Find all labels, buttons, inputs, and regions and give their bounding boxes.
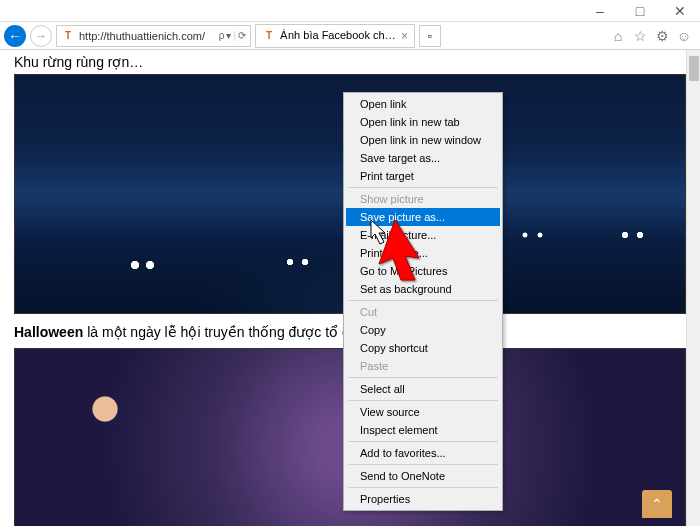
url-field-wrap: T ρ ▾ | ⟳: [56, 25, 251, 47]
browser-window: – □ ✕ ← → T ρ ▾ | ⟳ T Ảnh bìa Facebook c…: [0, 0, 700, 526]
scrollbar-thumb[interactable]: [689, 56, 699, 81]
menu-item-go-to-my-pictures[interactable]: Go to My Pictures: [346, 262, 500, 280]
close-tab-icon[interactable]: ×: [401, 29, 408, 43]
menu-item-inspect-element[interactable]: Inspect element: [346, 421, 500, 439]
forward-button[interactable]: →: [30, 25, 52, 47]
minimize-button[interactable]: –: [580, 0, 620, 22]
site-favicon-icon: T: [61, 29, 75, 43]
url-input[interactable]: [79, 30, 215, 42]
desc-keyword: Halloween: [14, 324, 83, 340]
menu-item-print-picture[interactable]: Print picture...: [346, 244, 500, 262]
context-menu: Open linkOpen link in new tabOpen link i…: [343, 92, 503, 511]
menu-item-print-target[interactable]: Print target: [346, 167, 500, 185]
feedback-smiley-icon[interactable]: ☺: [676, 28, 692, 44]
vertical-scrollbar[interactable]: [686, 50, 700, 526]
maximize-button[interactable]: □: [620, 0, 660, 22]
menu-separator: [348, 464, 498, 465]
close-window-button[interactable]: ✕: [660, 0, 700, 22]
tab-title: Ảnh bìa Facebook chủ đề H...: [280, 29, 397, 42]
search-icon[interactable]: ρ: [219, 30, 225, 41]
menu-item-cut: Cut: [346, 303, 500, 321]
menu-separator: [348, 187, 498, 188]
image-caption: Khu rừng rùng rợn…: [14, 50, 686, 74]
tab-favicon-icon: T: [262, 29, 276, 43]
menu-separator: [348, 487, 498, 488]
favorites-icon[interactable]: ☆: [632, 28, 648, 44]
menu-item-properties[interactable]: Properties: [346, 490, 500, 508]
menu-item-save-picture-as[interactable]: Save picture as...: [346, 208, 500, 226]
menu-item-select-all[interactable]: Select all: [346, 380, 500, 398]
refresh-icon[interactable]: ⟳: [238, 30, 246, 41]
window-titlebar: – □ ✕: [0, 0, 700, 22]
menu-separator: [348, 300, 498, 301]
menu-item-paste: Paste: [346, 357, 500, 375]
menu-item-send-to-onenote[interactable]: Send to OneNote: [346, 467, 500, 485]
address-bar: ← → T ρ ▾ | ⟳ T Ảnh bìa Facebook chủ đề …: [0, 22, 700, 50]
menu-item-view-source[interactable]: View source: [346, 403, 500, 421]
menu-separator: [348, 441, 498, 442]
menu-item-open-link[interactable]: Open link: [346, 95, 500, 113]
scroll-to-top-button[interactable]: ⌃: [642, 490, 672, 518]
menu-item-e-mail-picture[interactable]: E-mail picture...: [346, 226, 500, 244]
menu-item-set-as-background[interactable]: Set as background: [346, 280, 500, 298]
menu-item-copy-shortcut[interactable]: Copy shortcut: [346, 339, 500, 357]
menu-item-add-to-favorites[interactable]: Add to favorites...: [346, 444, 500, 462]
menu-item-show-picture: Show picture: [346, 190, 500, 208]
menu-separator: [348, 400, 498, 401]
toolbar-right: ⌂ ☆ ⚙ ☺: [610, 28, 696, 44]
browser-tab[interactable]: T Ảnh bìa Facebook chủ đề H... ×: [255, 24, 415, 48]
menu-item-copy[interactable]: Copy: [346, 321, 500, 339]
menu-item-save-target-as[interactable]: Save target as...: [346, 149, 500, 167]
new-tab-button[interactable]: ▫: [419, 25, 441, 47]
home-icon[interactable]: ⌂: [610, 28, 626, 44]
menu-item-open-link-in-new-window[interactable]: Open link in new window: [346, 131, 500, 149]
menu-item-open-link-in-new-tab[interactable]: Open link in new tab: [346, 113, 500, 131]
url-controls: ρ ▾ | ⟳: [219, 30, 246, 41]
settings-gear-icon[interactable]: ⚙: [654, 28, 670, 44]
back-button[interactable]: ←: [4, 25, 26, 47]
menu-separator: [348, 377, 498, 378]
dropdown-icon[interactable]: ▾: [226, 30, 231, 41]
